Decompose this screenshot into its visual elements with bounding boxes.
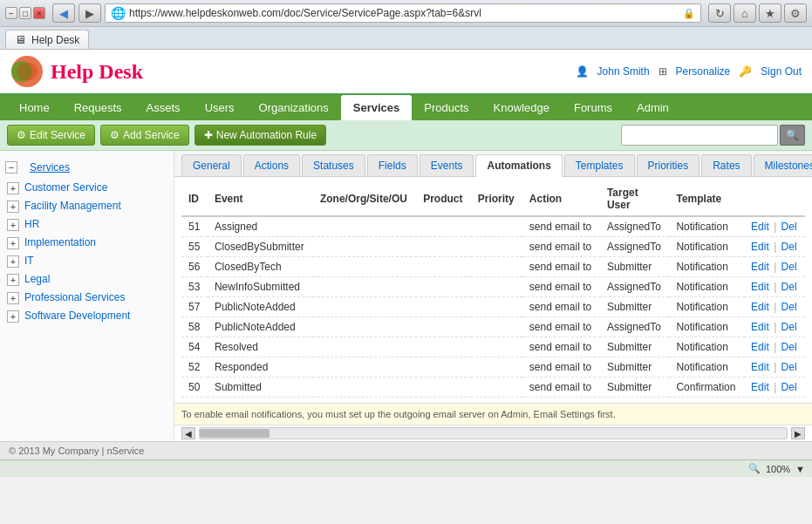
del-link[interactable]: Del [781,281,797,293]
zoom-dropdown-icon[interactable]: ▼ [795,464,805,474]
del-link[interactable]: Del [781,301,797,313]
del-link[interactable]: Del [781,241,797,253]
nav-services[interactable]: Services [341,95,413,120]
cell-zone [313,237,416,257]
close-button[interactable]: × [33,7,45,19]
sidebar-link-hr[interactable]: HR [24,218,39,230]
expand-icon[interactable]: + [7,182,19,194]
search-input[interactable] [621,125,778,146]
tab-priorities[interactable]: Priorities [637,154,700,176]
table-row: 54 Resolved send email to Submitter Noti… [181,337,805,357]
restore-button[interactable]: □ [19,7,31,19]
info-bar: To enable email notifications, you must … [174,403,812,425]
personalize-link[interactable]: Personalize [676,65,731,78]
sidebar-root: − Services [0,156,174,179]
sidebar-link-professional[interactable]: Professional Services [24,291,125,303]
sidebar-collapse-icon[interactable]: − [5,161,17,174]
nav-products[interactable]: Products [412,95,481,120]
signout-link[interactable]: Sign Out [761,65,802,78]
bookmark-button[interactable]: ★ [759,3,781,23]
cell-template: Notification [669,237,744,257]
expand-icon-sw[interactable]: + [7,310,19,323]
action-separator: | [774,241,776,253]
del-link[interactable]: Del [781,341,797,353]
nav-users[interactable]: Users [193,95,247,120]
cell-template: Notification [669,337,744,357]
cell-action: send email to [522,357,600,378]
nav-knowledge[interactable]: Knowledge [481,95,562,120]
tab-milestones[interactable]: Milestones [754,154,812,176]
edit-link[interactable]: Edit [751,281,769,293]
tab-actions[interactable]: Actions [243,154,300,176]
sidebar-link-it[interactable]: IT [24,255,34,267]
expand-icon-facility[interactable]: + [7,201,19,213]
cell-product [416,317,471,337]
sidebar-link-facility[interactable]: Facility Management [24,200,121,212]
tab-automations[interactable]: Automations [475,154,562,177]
cell-zone [313,378,416,398]
forward-button[interactable]: ▶ [78,3,101,23]
cell-product [416,237,471,257]
browser-tab[interactable]: 🖥 Help Desk [5,30,89,49]
nav-assets[interactable]: Assets [134,95,193,120]
edit-link[interactable]: Edit [751,361,769,373]
edit-link[interactable]: Edit [751,301,769,313]
cell-id: 52 [181,357,208,378]
nav-home[interactable]: Home [7,95,62,120]
expand-icon-it[interactable]: + [7,255,19,268]
add-service-button[interactable]: ⚙ Add Service [100,125,189,146]
edit-service-button[interactable]: ⚙ Edit Service [7,125,95,146]
search-button[interactable]: 🔍 [780,125,805,146]
user-name-link[interactable]: John Smith [597,65,650,78]
edit-link[interactable]: Edit [751,321,769,333]
cell-template: Notification [669,297,744,317]
url-input[interactable] [129,7,679,19]
del-link[interactable]: Del [781,381,797,393]
content-panel: General Actions Statuses Fields Events A… [174,151,812,441]
table-row: 52 Responded send email to Submitter Not… [181,357,805,378]
sidebar-link-implementation[interactable]: Implementation [24,236,96,248]
nav-forums[interactable]: Forums [562,95,624,120]
cell-row-actions: Edit | Del [744,257,805,277]
sidebar-link-legal[interactable]: Legal [24,273,50,285]
tab-general[interactable]: General [181,154,242,176]
edit-link[interactable]: Edit [751,381,769,393]
nav-admin[interactable]: Admin [624,95,681,120]
expand-icon-hr[interactable]: + [7,219,19,231]
cell-action: send email to [522,277,600,297]
del-link[interactable]: Del [781,321,797,333]
sidebar-link-customer-service[interactable]: Customer Service [24,181,107,194]
edit-link[interactable]: Edit [751,341,769,353]
settings-button[interactable]: ⚙ [784,3,807,23]
user-icon: 👤 [576,65,589,78]
tab-events[interactable]: Events [420,154,474,176]
back-button[interactable]: ◀ [52,3,75,23]
del-link[interactable]: Del [781,261,797,273]
new-rule-button[interactable]: ✚ New Automation Rule [194,125,326,146]
del-link[interactable]: Del [781,221,797,233]
tab-rates[interactable]: Rates [701,154,751,176]
expand-icon-impl[interactable]: + [7,237,19,249]
tab-fields[interactable]: Fields [367,154,418,176]
scroll-left-button[interactable]: ◀ [181,427,195,439]
sidebar-link-software[interactable]: Software Development [24,310,130,322]
edit-link[interactable]: Edit [751,221,769,233]
plus-icon: ✚ [204,129,213,141]
tab-statuses[interactable]: Statuses [302,154,365,176]
refresh-button[interactable]: ↻ [708,3,731,23]
nav-organizations[interactable]: Organizations [247,95,341,120]
home-nav-button[interactable]: ⌂ [734,3,756,23]
del-link[interactable]: Del [781,361,797,373]
cell-id: 54 [181,337,208,357]
edit-link[interactable]: Edit [751,261,769,273]
scroll-thumb[interactable] [200,429,270,438]
sidebar-services-link[interactable]: Services [23,159,77,176]
address-bar: 🌐 🔒 [105,3,701,23]
scroll-right-button[interactable]: ▶ [791,427,805,439]
minimize-button[interactable]: − [5,7,17,19]
edit-link[interactable]: Edit [751,241,769,253]
expand-icon-pro[interactable]: + [7,292,19,304]
tab-templates[interactable]: Templates [564,154,635,176]
expand-icon-legal[interactable]: + [7,274,19,286]
nav-requests[interactable]: Requests [62,95,134,120]
